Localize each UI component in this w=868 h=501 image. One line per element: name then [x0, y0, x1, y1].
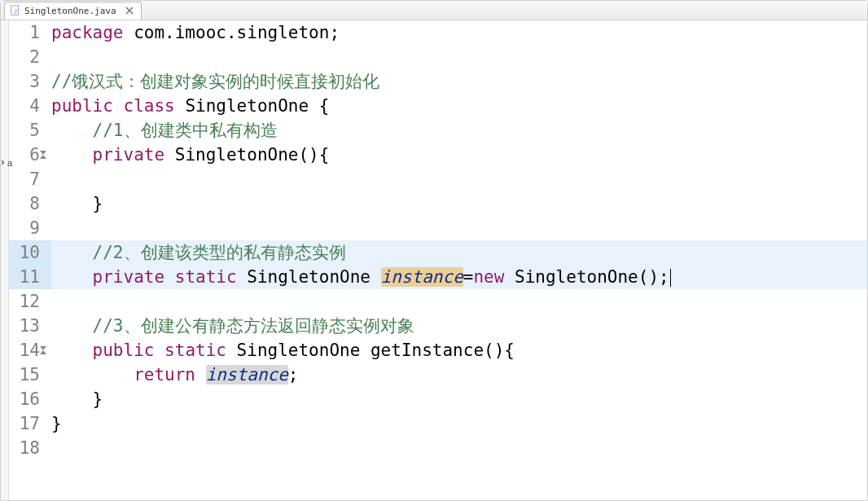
code-line[interactable]: 13 //3、创建公有静态方法返回静态实例对象: [9, 314, 867, 338]
code-content[interactable]: private static SingletonOne instance=new…: [51, 265, 867, 289]
line-number: 9: [9, 216, 51, 240]
code-line[interactable]: 4public class SingletonOne {: [9, 94, 867, 118]
line-number: 3: [9, 69, 51, 94]
line-number: 5: [9, 118, 51, 143]
left-margin: [1, 20, 9, 500]
line-number: 16: [9, 387, 51, 411]
line-number: 11: [9, 265, 51, 289]
code-line[interactable]: 11 private static SingletonOne instance=…: [9, 265, 867, 289]
code-content[interactable]: public class SingletonOne {: [51, 94, 867, 118]
code-content[interactable]: //饿汉式：创建对象实例的时候直接初始化: [51, 69, 867, 94]
code-line[interactable]: 9: [9, 216, 867, 240]
code-content[interactable]: [51, 436, 867, 460]
editor-window: J SingletonOne.java 1package com.imooc.s…: [0, 0, 868, 501]
code-content[interactable]: //2、创建该类型的私有静态实例: [51, 240, 867, 265]
close-icon[interactable]: [125, 6, 134, 15]
code-content[interactable]: return instance;: [51, 363, 867, 387]
code-line[interactable]: 2: [9, 45, 867, 69]
code-line[interactable]: 16 }: [9, 387, 867, 411]
code-editor[interactable]: 1package com.imooc.singleton;23//饿汉式：创建对…: [9, 20, 867, 500]
line-number: 13: [9, 314, 51, 338]
line-number: 8: [9, 191, 51, 216]
code-content[interactable]: }: [51, 411, 867, 436]
code-content[interactable]: [51, 167, 867, 191]
code-line[interactable]: 7: [9, 167, 867, 191]
java-file-icon: J: [10, 5, 21, 16]
line-number: 10: [9, 240, 51, 265]
code-content[interactable]: //3、创建公有静态方法返回静态实例对象: [51, 314, 867, 338]
code-line[interactable]: 8 }: [9, 191, 867, 216]
file-tab[interactable]: J SingletonOne.java: [4, 2, 142, 20]
tab-bar: J SingletonOne.java: [1, 1, 867, 20]
line-number: 15: [9, 363, 51, 387]
code-content[interactable]: }: [51, 191, 867, 216]
svg-text:J: J: [14, 8, 17, 14]
code-content[interactable]: public static SingletonOne getInstance()…: [51, 338, 867, 363]
code-content[interactable]: package com.imooc.singleton;: [51, 20, 867, 45]
code-line[interactable]: 5 //1、创建类中私有构造: [9, 118, 867, 143]
tab-filename: SingletonOne.java: [24, 6, 116, 16]
code-line[interactable]: 15 return instance;: [9, 363, 867, 387]
line-number: 4: [9, 94, 51, 118]
line-number: 14: [9, 338, 51, 363]
code-line[interactable]: 18: [9, 436, 867, 460]
line-number: 12: [9, 289, 51, 314]
code-content[interactable]: [51, 45, 867, 69]
editor-wrap: 1package com.imooc.singleton;23//饿汉式：创建对…: [1, 20, 867, 500]
code-line[interactable]: 14 public static SingletonOne getInstanc…: [9, 338, 867, 363]
code-line[interactable]: 12: [9, 289, 867, 314]
line-number: 6: [9, 143, 51, 167]
code-line[interactable]: 17}: [9, 411, 867, 436]
truncated-side-label: ᠈a: [0, 158, 12, 168]
code-content[interactable]: [51, 216, 867, 240]
code-line[interactable]: 1package com.imooc.singleton;: [9, 20, 867, 45]
code-line[interactable]: 3//饿汉式：创建对象实例的时候直接初始化: [9, 69, 867, 94]
code-content[interactable]: //1、创建类中私有构造: [51, 118, 867, 143]
line-number: 17: [9, 411, 51, 436]
line-number: 18: [9, 436, 51, 460]
code-content[interactable]: }: [51, 387, 867, 411]
code-content[interactable]: private SingletonOne(){: [51, 143, 867, 167]
line-number: 7: [9, 167, 51, 191]
line-number: 2: [9, 45, 51, 69]
code-line[interactable]: 10 //2、创建该类型的私有静态实例: [9, 240, 867, 265]
code-line[interactable]: 6 private SingletonOne(){: [9, 143, 867, 167]
line-number: 1: [9, 20, 51, 45]
code-content[interactable]: [51, 289, 867, 314]
